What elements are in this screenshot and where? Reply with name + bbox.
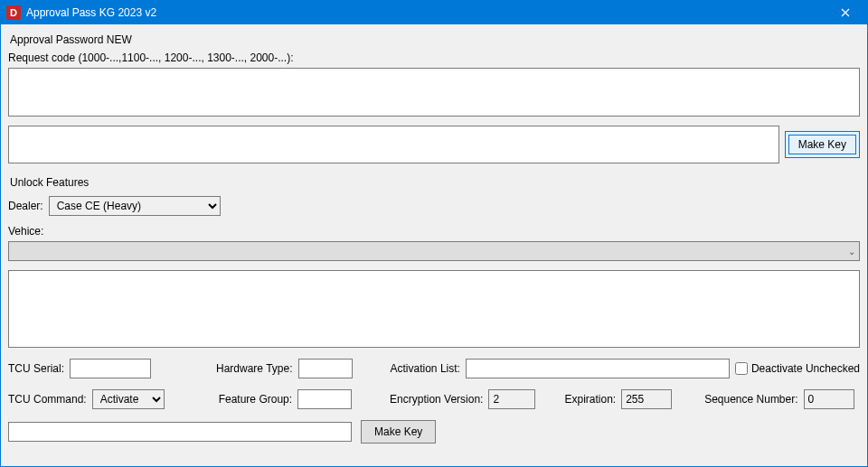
deactivate-unchecked-input[interactable] — [735, 362, 748, 375]
approval-output[interactable] — [8, 126, 779, 163]
feature-group-input[interactable] — [297, 389, 352, 409]
deactivate-unchecked-checkbox[interactable]: Deactivate Unchecked — [735, 362, 860, 375]
tcu-serial-input[interactable] — [70, 359, 151, 378]
section-unlock-title: Unlock Features — [10, 176, 860, 189]
vehicle-select[interactable]: ⌄ — [8, 241, 860, 261]
sequence-number-input[interactable] — [804, 389, 854, 409]
make-key-button-top[interactable]: Make Key — [788, 135, 856, 154]
app-icon: D — [6, 5, 21, 20]
hardware-type-input[interactable] — [298, 359, 353, 378]
feature-list-area[interactable] — [8, 270, 860, 348]
window-title: Approval Pass KG 2023 v2 — [26, 6, 827, 19]
activation-list-label: Activation List: — [391, 362, 460, 375]
request-code-input[interactable] — [8, 68, 860, 117]
tcu-command-label: TCU Command: — [8, 393, 87, 406]
window-body: Approval Password NEW Request code (1000… — [1, 24, 867, 466]
activation-list-input[interactable] — [466, 359, 730, 378]
dealer-label: Dealer: — [8, 200, 43, 212]
make-key-frame: Make Key — [785, 131, 860, 158]
request-code-label: Request code (1000-...,1100-..., 1200-..… — [8, 51, 860, 64]
encryption-version-input[interactable] — [488, 389, 535, 409]
encryption-version-label: Encryption Version: — [390, 393, 483, 406]
tcu-serial-label: TCU Serial: — [8, 362, 64, 375]
deactivate-unchecked-label: Deactivate Unchecked — [751, 362, 860, 375]
expiration-label: Expiration: — [564, 393, 616, 406]
close-button[interactable] — [827, 1, 863, 24]
section-approval-title: Approval Password NEW — [10, 33, 860, 46]
app-window: D Approval Pass KG 2023 v2 Approval Pass… — [0, 0, 868, 467]
make-key-button-bottom[interactable]: Make Key — [361, 420, 436, 444]
sequence-number-label: Sequence Number: — [704, 393, 797, 406]
expiration-input[interactable] — [621, 389, 672, 409]
titlebar: D Approval Pass KG 2023 v2 — [1, 1, 867, 24]
vehicle-label: Vehice: — [8, 225, 860, 238]
hardware-type-label: Hardware Type: — [216, 362, 293, 375]
bottom-output-input[interactable] — [8, 422, 352, 442]
feature-group-label: Feature Group: — [219, 393, 292, 406]
chevron-down-icon: ⌄ — [848, 247, 855, 257]
close-icon — [841, 8, 850, 17]
dealer-select[interactable]: Case CE (Heavy) — [49, 196, 221, 216]
tcu-command-select[interactable]: Activate — [92, 389, 165, 409]
